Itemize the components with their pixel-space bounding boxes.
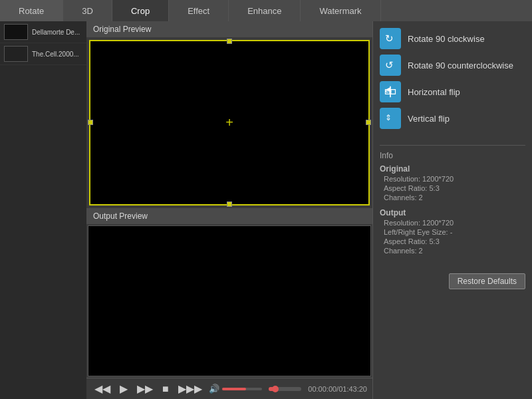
- info-original-resolution: Resolution: 1200*720: [384, 175, 525, 183]
- list-item[interactable]: Dellamorte De...: [0, 21, 86, 43]
- horizontal-flip-action[interactable]: ⇔ Horizontal flip: [380, 81, 525, 102]
- sidebar-item-label: Dellamorte De...: [32, 29, 80, 36]
- rotate-ccw-label: Rotate 90 counterclockwise: [408, 61, 513, 70]
- crop-handle-top[interactable]: [227, 39, 232, 44]
- tab-enhance[interactable]: Enhance: [229, 0, 301, 21]
- tab-3d[interactable]: 3D: [63, 0, 112, 21]
- vflip-icon: ⇕: [380, 108, 401, 129]
- play-button[interactable]: ▶: [117, 381, 130, 396]
- top-nav-bar: Rotate 3D Crop Effect Enhance Watermark: [0, 0, 532, 21]
- crop-handle-right[interactable]: [366, 120, 371, 125]
- playback-controls: ◀◀ ▶ ▶▶ ■ ▶▶▶ 🔊 00:00:00/01:43:20: [86, 378, 372, 399]
- output-preview-canvas[interactable]: [88, 225, 371, 376]
- skip-end-button[interactable]: ▶▶▶: [176, 381, 205, 396]
- vflip-label: Vertical flip: [408, 114, 450, 124]
- tab-watermark[interactable]: Watermark: [301, 0, 380, 21]
- output-preview-section: Output Preview: [86, 208, 372, 378]
- center-panel: Original Preview + Output Preview ◀◀ ▶ ▶…: [86, 21, 372, 399]
- info-title: Info: [380, 151, 525, 160]
- info-output-title: Output: [380, 208, 525, 217]
- info-output-channels: Channels: 2: [384, 247, 525, 255]
- rotate-ccw-icon: ↺: [380, 55, 401, 76]
- svg-rect-6: [391, 90, 396, 94]
- scrubber-handle[interactable]: [272, 386, 279, 392]
- original-preview-canvas[interactable]: +: [89, 40, 370, 205]
- svg-text:⇕: ⇕: [385, 113, 392, 122]
- tab-rotate[interactable]: Rotate: [0, 0, 63, 21]
- svg-text:↻: ↻: [385, 33, 394, 44]
- hflip-label: Horizontal flip: [408, 87, 460, 97]
- svg-text:⇔: ⇔: [385, 86, 392, 95]
- restore-defaults-container: Restore Defaults: [380, 267, 525, 289]
- crop-handle-bottom[interactable]: [227, 201, 232, 207]
- crop-handle-left[interactable]: [88, 120, 93, 125]
- info-output-aspect: Aspect Ratio: 5:3: [384, 237, 525, 245]
- tab-crop[interactable]: Crop: [112, 0, 169, 21]
- vertical-flip-action[interactable]: ⇕ Vertical flip: [380, 108, 525, 129]
- skip-forward-button[interactable]: ▶▶: [134, 381, 156, 396]
- seek-bar[interactable]: [269, 387, 302, 391]
- main-content: Dellamorte De... The.Cell.2000... Origin…: [0, 21, 532, 399]
- stop-button[interactable]: ■: [160, 382, 172, 396]
- file-sidebar: Dellamorte De... The.Cell.2000...: [0, 21, 86, 399]
- rotate-counterclockwise-action[interactable]: ↺ Rotate 90 counterclockwise: [380, 55, 525, 76]
- crosshair-icon: +: [225, 115, 233, 130]
- rotate-cw-icon: ↻: [380, 28, 401, 49]
- right-panel: ↻ Rotate 90 clockwise ↺ Rotate 90 counte…: [372, 21, 532, 399]
- rotate-clockwise-action[interactable]: ↻ Rotate 90 clockwise: [380, 28, 525, 49]
- volume-fill: [222, 388, 246, 390]
- info-section: Info Original Resolution: 1200*720 Aspec…: [380, 145, 525, 256]
- original-preview-label: Original Preview: [86, 21, 372, 37]
- original-preview-section: Original Preview +: [86, 21, 372, 208]
- svg-text:↺: ↺: [385, 59, 394, 70]
- time-display: 00:00:00/01:43:20: [308, 385, 367, 393]
- info-original-aspect: Aspect Ratio: 5:3: [384, 184, 525, 192]
- info-output-eye-size: Left/Right Eye Size: -: [384, 228, 525, 236]
- sidebar-item-label: The.Cell.2000...: [32, 51, 79, 58]
- list-item[interactable]: The.Cell.2000...: [0, 43, 86, 65]
- info-output-resolution: Resolution: 1200*720: [384, 219, 525, 227]
- volume-slider[interactable]: [222, 388, 262, 390]
- sidebar-thumbnail: [4, 24, 28, 40]
- tab-effect[interactable]: Effect: [169, 0, 229, 21]
- volume-control: 🔊: [209, 384, 262, 394]
- restore-defaults-button[interactable]: Restore Defaults: [449, 273, 525, 289]
- skip-back-button[interactable]: ◀◀: [92, 381, 113, 396]
- info-original-channels: Channels: 2: [384, 194, 525, 201]
- rotate-cw-label: Rotate 90 clockwise: [408, 34, 485, 44]
- info-original-title: Original: [380, 164, 525, 174]
- output-preview-label: Output Preview: [86, 208, 372, 224]
- hflip-icon: ⇔: [380, 81, 401, 102]
- volume-icon: 🔊: [209, 384, 219, 394]
- sidebar-thumbnail: [4, 46, 28, 62]
